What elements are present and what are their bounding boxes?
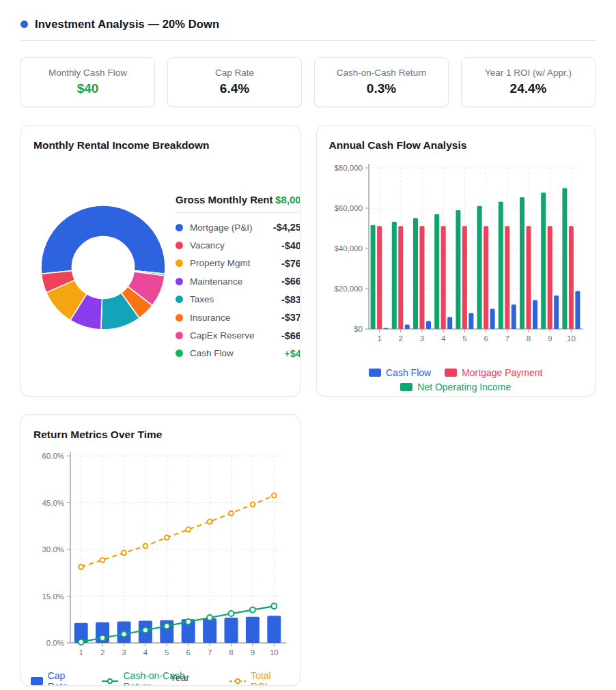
x-axis-tick-label: 4 bbox=[440, 334, 445, 343]
marker-total-roi[interactable] bbox=[208, 519, 212, 524]
bar-cash-flow[interactable] bbox=[447, 317, 452, 329]
legend-swatch-icon bbox=[229, 677, 247, 685]
series-color-dot-icon bbox=[176, 224, 183, 231]
marker-cash-on-cash-return[interactable] bbox=[229, 611, 234, 616]
legend-item-cash-flow[interactable]: Cash Flow bbox=[369, 367, 431, 378]
legend-swatch-icon bbox=[369, 369, 381, 377]
marker-cash-on-cash-return[interactable] bbox=[207, 615, 212, 620]
legend-label: Net Operating Income bbox=[417, 382, 511, 392]
charts-row-2: Return Metrics Over Time 0.0%15.0%30.0%4… bbox=[20, 414, 596, 686]
x-axis-tick-label: 6 bbox=[186, 648, 190, 657]
marker-total-roi[interactable] bbox=[122, 551, 126, 556]
marker-cash-on-cash-return[interactable] bbox=[100, 635, 105, 641]
marker-cash-on-cash-return[interactable] bbox=[271, 603, 277, 609]
annual-cashflow-chart[interactable]: $0$20,000$40,000$60,000$80,0001234567891… bbox=[326, 156, 586, 360]
income-rows: Mortgage (P&I)-$4,258Vacancy-$400Propert… bbox=[176, 218, 300, 362]
income-row: Insurance-$375 bbox=[176, 308, 300, 326]
marker-total-roi[interactable] bbox=[186, 527, 191, 532]
marker-cash-on-cash-return[interactable] bbox=[186, 619, 191, 624]
x-axis-tick-label: 6 bbox=[484, 334, 488, 343]
return-metrics-chart[interactable]: 0.0%15.0%30.0%45.0%60.0%12345678910 bbox=[31, 446, 290, 665]
bar-mortgage-payment[interactable] bbox=[377, 226, 382, 329]
line-cash-on-cash-return[interactable] bbox=[81, 606, 275, 642]
income-content: Gross Monthly Rent $8,000 Mortgage (P&I)… bbox=[31, 175, 290, 362]
income-row: Maintenance-$667 bbox=[176, 272, 300, 290]
x-axis-tick-label: 4 bbox=[143, 648, 148, 657]
bar-mortgage-payment[interactable] bbox=[440, 226, 445, 329]
bar-mortgage-payment[interactable] bbox=[547, 226, 552, 329]
income-breakdown-card: Monthly Rental Income Breakdown Gross Mo… bbox=[20, 125, 300, 397]
legend-item-mortgage-payment[interactable]: Mortgage Payment bbox=[445, 367, 542, 378]
bar-cap-rate[interactable] bbox=[203, 618, 216, 643]
marker-total-roi[interactable] bbox=[143, 544, 148, 549]
marker-total-roi[interactable] bbox=[100, 558, 105, 562]
legend-item-cash-on-cash-return[interactable]: Cash-on-Cash Return bbox=[101, 670, 215, 686]
x-axis-tick-label: 10 bbox=[567, 334, 576, 343]
bar-net-operating-income[interactable] bbox=[413, 218, 418, 329]
bar-net-operating-income[interactable] bbox=[541, 192, 546, 329]
y-axis-tick-label: $60,000 bbox=[334, 204, 363, 212]
bar-mortgage-payment[interactable] bbox=[505, 226, 509, 329]
x-axis-tick-label: 10 bbox=[270, 648, 279, 657]
bar-net-operating-income[interactable] bbox=[477, 206, 481, 329]
x-axis-tick-label: 7 bbox=[505, 334, 509, 343]
bar-mortgage-payment[interactable] bbox=[484, 226, 488, 329]
marker-total-roi[interactable] bbox=[251, 502, 255, 507]
metric-label: Monthly Cash Flow bbox=[25, 68, 150, 78]
bar-cash-flow[interactable] bbox=[511, 304, 516, 329]
income-row: CapEx Reserve-$667 bbox=[176, 326, 300, 344]
legend-label: Cap Rate bbox=[48, 670, 87, 686]
bar-cash-flow[interactable] bbox=[533, 300, 537, 329]
marker-cash-on-cash-return[interactable] bbox=[164, 623, 169, 629]
legend-label: Cash Flow bbox=[386, 367, 431, 378]
bar-cash-flow[interactable] bbox=[426, 321, 431, 329]
return-metrics-legend: Cap RateCash-on-Cash ReturnTotal ROI bbox=[31, 670, 290, 686]
marker-cash-on-cash-return[interactable] bbox=[250, 607, 255, 613]
bar-cash-flow[interactable] bbox=[404, 325, 409, 329]
marker-cash-on-cash-return[interactable] bbox=[79, 639, 84, 645]
metric-card-monthly-cash-flow: Monthly Cash Flow $40 bbox=[20, 57, 155, 107]
donut-slice-mortgage-p-i-[interactable] bbox=[41, 205, 165, 274]
line-total-roi[interactable] bbox=[81, 495, 275, 567]
bar-net-operating-income[interactable] bbox=[370, 225, 375, 329]
bar-net-operating-income[interactable] bbox=[498, 202, 503, 329]
header-divider bbox=[20, 40, 596, 41]
metric-card-cap-rate: Cap Rate 6.4% bbox=[167, 57, 302, 107]
marker-total-roi[interactable] bbox=[165, 535, 169, 540]
gross-rent-value: $8,000 bbox=[275, 194, 300, 205]
bar-net-operating-income[interactable] bbox=[391, 222, 396, 329]
x-axis-tick-label: 9 bbox=[547, 334, 551, 343]
bar-mortgage-payment[interactable] bbox=[526, 226, 531, 329]
donut-chart[interactable] bbox=[31, 195, 176, 340]
legend-swatch-icon bbox=[445, 369, 457, 377]
income-row: Taxes-$833 bbox=[176, 291, 300, 308]
legend-item-net-operating-income[interactable]: Net Operating Income bbox=[400, 382, 511, 392]
legend-item-total-roi[interactable]: Total ROI bbox=[229, 670, 290, 686]
bar-cash-flow[interactable] bbox=[575, 291, 580, 329]
bar-cap-rate[interactable] bbox=[225, 618, 238, 643]
bar-mortgage-payment[interactable] bbox=[462, 226, 466, 329]
bar-cap-rate[interactable] bbox=[267, 616, 281, 643]
income-row-label: Taxes bbox=[190, 294, 281, 304]
marker-cash-on-cash-return[interactable] bbox=[122, 631, 127, 637]
bar-cap-rate[interactable] bbox=[246, 617, 260, 643]
marker-total-roi[interactable] bbox=[229, 511, 234, 516]
bar-net-operating-income[interactable] bbox=[434, 214, 439, 329]
bar-mortgage-payment[interactable] bbox=[568, 226, 573, 329]
bar-cash-flow[interactable] bbox=[468, 313, 473, 329]
marker-total-roi[interactable] bbox=[272, 493, 277, 498]
bar-net-operating-income[interactable] bbox=[456, 210, 460, 329]
marker-total-roi[interactable] bbox=[79, 564, 83, 569]
income-row-value: -$833 bbox=[281, 294, 300, 305]
bar-cash-flow[interactable] bbox=[490, 309, 494, 330]
income-row-label: Insurance bbox=[190, 313, 281, 323]
marker-cash-on-cash-return[interactable] bbox=[143, 627, 148, 633]
bar-cash-flow[interactable] bbox=[383, 328, 388, 329]
bar-mortgage-payment[interactable] bbox=[419, 226, 424, 329]
bar-cash-flow[interactable] bbox=[554, 296, 559, 329]
bar-net-operating-income[interactable] bbox=[562, 188, 567, 329]
income-row-value: -$400 bbox=[281, 240, 300, 251]
legend-item-cap-rate[interactable]: Cap Rate bbox=[31, 670, 87, 686]
bar-mortgage-payment[interactable] bbox=[398, 226, 403, 329]
bar-net-operating-income[interactable] bbox=[520, 197, 524, 329]
